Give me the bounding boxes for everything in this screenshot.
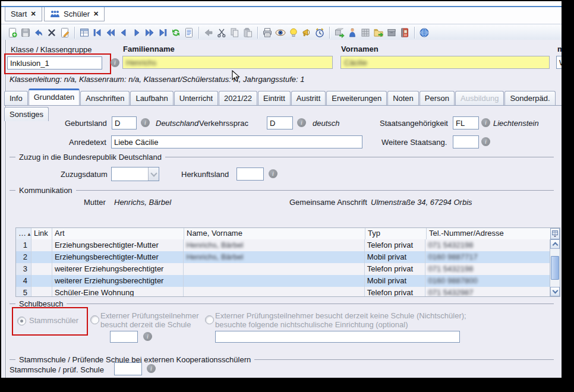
folder-export-icon[interactable] (373, 27, 384, 38)
column-picker-button[interactable] (550, 228, 560, 239)
doc-tab-schueler[interactable]: Schüler ✕ (44, 7, 105, 21)
student-export-icon[interactable] (346, 27, 358, 38)
tab-ausbildung[interactable]: Ausbildung (455, 91, 504, 105)
cell-name: Henrichs, Bärbel (184, 239, 364, 251)
stammschule-info-button[interactable]: i (147, 364, 156, 373)
next-record-icon[interactable] (131, 27, 143, 38)
tab-eintritt[interactable]: Eintritt (258, 91, 291, 105)
table-row[interactable]: 3weiterer ErziehungsberechtigterTelefon … (16, 263, 550, 275)
anredetext-input[interactable] (111, 135, 362, 148)
back-icon[interactable] (203, 27, 215, 38)
save-icon[interactable] (20, 27, 31, 38)
report-book-icon[interactable] (399, 27, 411, 38)
record-list-icon[interactable] (183, 27, 195, 38)
cell-tel: 071 5432198 (425, 263, 550, 275)
tab-info[interactable]: Info (4, 91, 28, 105)
tab-sonderpäd-[interactable]: Sonderpäd. (504, 91, 555, 105)
zuzug-legend: Zuzug in die Bundesrepublik Deutschland (10, 153, 554, 162)
table-row[interactable]: 5Schüler-Eine WohnungTelefon privat071 5… (16, 287, 550, 296)
data-form-icon[interactable] (78, 27, 90, 38)
stammschule-input[interactable] (114, 362, 142, 375)
chevron-down-icon[interactable] (148, 167, 159, 181)
nichtschulische-einrichtung-input[interactable] (215, 331, 460, 343)
first-record-icon[interactable] (92, 27, 103, 38)
verkehrssprache-input[interactable] (267, 116, 293, 129)
close-icon[interactable]: ✕ (30, 11, 36, 17)
undo-icon[interactable] (33, 27, 45, 38)
tab-unterricht[interactable]: Unterricht (174, 91, 218, 105)
cell-typ: Mobil privat (365, 275, 426, 287)
tab-anschriften[interactable]: Anschriften (80, 91, 130, 105)
fast-next-record-icon[interactable] (144, 27, 156, 38)
header-typ[interactable]: Typ (365, 228, 427, 239)
externer-schule-info-button[interactable]: i (143, 332, 152, 341)
radio-externer-keine-schule[interactable] (205, 315, 214, 324)
radio-externer-besucht-schule[interactable] (90, 315, 99, 324)
tab-sonstiges[interactable]: Sonstiges (4, 107, 49, 121)
herkunftsland-input[interactable] (236, 167, 264, 181)
export-package-icon[interactable] (333, 27, 345, 38)
staatsangehoerigkeit-input[interactable] (453, 116, 479, 129)
geburtsland-info-button[interactable]: i (141, 118, 150, 127)
table-row[interactable]: 1Erziehungsberechtigter-MutterHenrichs, … (16, 239, 550, 251)
header-link[interactable]: Link (31, 228, 52, 239)
reminder-icon[interactable] (314, 27, 326, 38)
hint-icon[interactable] (288, 27, 299, 38)
cut-icon[interactable] (216, 27, 228, 38)
scroll-down-button[interactable] (550, 287, 560, 296)
matrix-icon[interactable] (359, 27, 371, 38)
scroll-up-button[interactable] (550, 239, 560, 249)
vornamen-label: Vornamen (341, 45, 379, 53)
kommunikation-table: …▲ Link Art Name, Vorname Typ Tel.-Numme… (15, 227, 560, 297)
familienname-input[interactable]: Henrichs (122, 56, 333, 69)
header-name[interactable]: Name, Vorname (184, 228, 365, 239)
klasse-info-button[interactable]: i (111, 58, 119, 67)
geburtsland-input[interactable] (112, 116, 137, 129)
tab-austritt[interactable]: Austritt (291, 91, 326, 105)
print-icon[interactable] (261, 27, 273, 38)
header-art[interactable]: Art (52, 228, 184, 239)
doc-tab-start[interactable]: Start ✕ (5, 7, 42, 21)
verkehrssprache-info-button[interactable]: i (297, 118, 306, 127)
header-nr[interactable]: …▲ (16, 228, 31, 239)
header-tel[interactable]: Tel.-Nummer/Adresse (427, 228, 551, 239)
mutter-label: Mutter (84, 198, 106, 207)
kommunikation-legend: Kommunikation (10, 186, 554, 195)
tab-laufbahn[interactable]: Laufbahn (130, 91, 173, 105)
copy-icon[interactable] (229, 27, 241, 38)
vornamen-input[interactable]: Cäcilie (340, 56, 550, 69)
staatsangehoerigkeit-info-button[interactable]: i (481, 118, 490, 127)
annotation-box-stammschueler (12, 307, 88, 336)
fast-prev-record-icon[interactable] (105, 27, 116, 38)
tab-erweiterungen[interactable]: Erweiterungen (326, 91, 387, 105)
prev-record-icon[interactable] (118, 27, 130, 38)
scrollbar-thumb[interactable] (551, 256, 559, 280)
refresh-icon[interactable] (170, 27, 182, 38)
weitere-staatsang-input[interactable] (453, 135, 479, 148)
table-row[interactable]: 4weiterer ErziehungsberechtigterMobil pr… (16, 275, 550, 287)
gemeinsame-anschrift-label: Gemeinsame Anschrift (289, 198, 367, 207)
archive-icon[interactable] (386, 27, 398, 38)
cell-art: weiterer Erziehungsberechtigter (52, 263, 184, 275)
table-scrollbar[interactable] (550, 239, 560, 296)
herkunftsland-info-button[interactable]: i (269, 169, 277, 178)
help-icon[interactable] (418, 27, 430, 38)
tab-grunddaten[interactable]: Grunddaten (29, 88, 80, 105)
table-row[interactable]: 2Erziehungsberechtigter-MutterHenrichs, … (16, 251, 550, 263)
cell-tel: 071 5432987 (425, 287, 550, 296)
gender-input[interactable] (556, 56, 562, 69)
tab-2021-22[interactable]: 2021/22 (219, 91, 257, 105)
paste-icon[interactable] (242, 27, 254, 38)
last-record-icon[interactable] (157, 27, 169, 38)
new-document-icon[interactable] (7, 27, 18, 38)
close-icon[interactable]: ✕ (93, 11, 99, 17)
delete-record-icon[interactable] (46, 27, 58, 38)
tab-noten[interactable]: Noten (387, 91, 419, 105)
weitere-staatsang-info-button[interactable]: i (481, 137, 490, 146)
zuzugsdatum-combo[interactable] (111, 167, 159, 181)
externer-schule-input[interactable] (110, 331, 138, 343)
tab-person[interactable]: Person (420, 91, 455, 105)
preview-icon[interactable] (275, 27, 286, 38)
edit-record-icon[interactable] (59, 27, 71, 38)
announce-icon[interactable] (301, 27, 313, 38)
